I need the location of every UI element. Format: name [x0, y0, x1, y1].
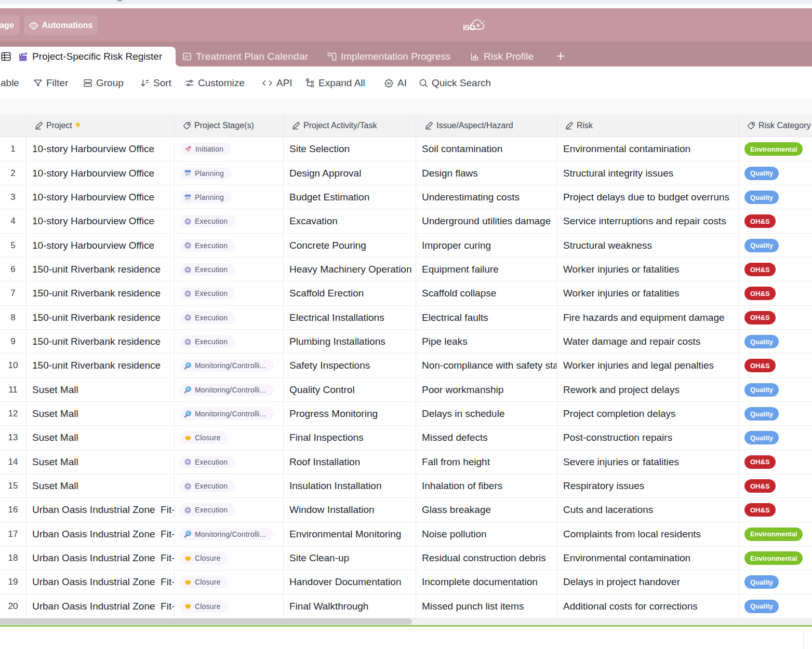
svg-text:AI: AI — [387, 81, 391, 86]
